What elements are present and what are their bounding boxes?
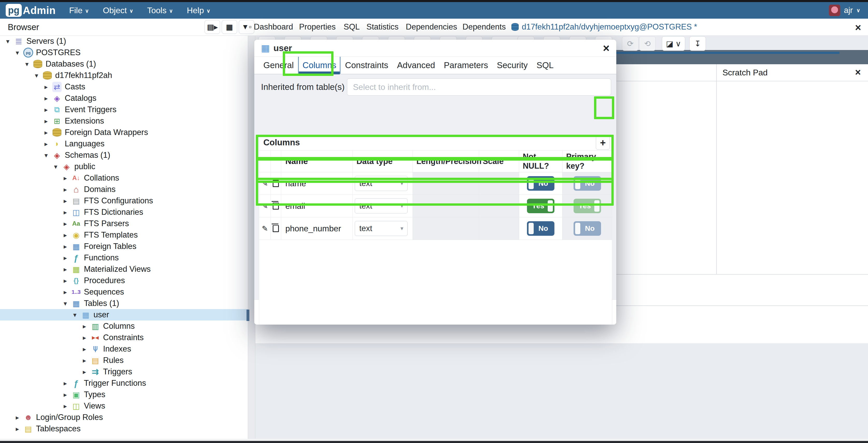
edit-row-icon[interactable]: ✎ [262, 224, 268, 233]
download-button[interactable]: ↧ [689, 36, 706, 51]
tree-item-fts-templates[interactable]: ▸◉FTS Templates [0, 229, 248, 241]
dialog-tab-constraints[interactable]: Constraints [341, 57, 393, 74]
tree-item-fts-configurations[interactable]: ▸▤FTS Configurations [0, 195, 248, 206]
chevron-collapsed-icon[interactable]: ▸ [61, 186, 69, 193]
tree-item-views[interactable]: ▸◫Views [0, 400, 248, 412]
workspace-splitter[interactable] [716, 64, 717, 274]
filtered-rows-button[interactable]: ▼▫ [239, 20, 254, 34]
chevron-collapsed-icon[interactable]: ▸ [61, 380, 69, 387]
tab-dependents[interactable]: Dependents [463, 19, 506, 35]
clear-query-button[interactable]: ◪ ∨ [662, 36, 685, 51]
tab-d17fekh11pf2ah[interactable]: d17fekh11pf2ah/dvyhjemoeptxyg@POSTGRES * [512, 19, 697, 35]
chevron-expanded-icon[interactable]: ▾ [4, 37, 12, 45]
tree-item-postgres[interactable]: ▾pgPOSTGRES [0, 47, 248, 58]
chevron-expanded-icon[interactable]: ▾ [23, 60, 31, 68]
chevron-collapsed-icon[interactable]: ▸ [61, 266, 69, 273]
tree-item-fts-dictionaries[interactable]: ▸◫FTS Dictionaries [0, 206, 248, 218]
tree-item-foreign-tables[interactable]: ▸▦Foreign Tables [0, 241, 248, 252]
tree-item-types[interactable]: ▸▣Types [0, 389, 248, 400]
tree-item-servers-1[interactable]: ▾≣Servers (1) [0, 35, 248, 47]
chevron-collapsed-icon[interactable]: ▸ [61, 174, 69, 182]
close-icon[interactable]: × [855, 67, 861, 78]
tree-item-foreign-data-wrappers[interactable]: ▸Foreign Data Wrappers [0, 127, 248, 138]
chevron-collapsed-icon[interactable]: ▸ [61, 254, 69, 262]
tree-item-constraints[interactable]: ▸▶◀Constraints [0, 332, 248, 343]
tree-item-rules[interactable]: ▸▤Rules [0, 355, 248, 366]
tree-item-collations[interactable]: ▸A↓Collations [0, 172, 248, 184]
tree-item-databases-1[interactable]: ▾Databases (1) [0, 58, 248, 70]
dialog-tab-advanced[interactable]: Advanced [393, 57, 439, 74]
chevron-collapsed-icon[interactable]: ▸ [42, 129, 50, 136]
menu-tools[interactable]: Tools∨ [147, 6, 173, 15]
tree-item-tablespaces[interactable]: ▸▤Tablespaces [0, 423, 248, 435]
tree-item-extensions[interactable]: ▸⊞Extensions [0, 115, 248, 127]
chevron-collapsed-icon[interactable]: ▸ [61, 231, 69, 239]
not-null-toggle[interactable]: No [527, 221, 554, 236]
chevron-expanded-icon[interactable]: ▾ [13, 49, 22, 57]
menu-file[interactable]: File∨ [69, 6, 89, 15]
tab-properties[interactable]: Properties [299, 19, 336, 35]
menu-object[interactable]: Object∨ [103, 6, 133, 15]
chevron-collapsed-icon[interactable]: ▸ [61, 197, 69, 205]
chevron-collapsed-icon[interactable]: ▸ [61, 288, 69, 296]
tree-item-trigger-functions[interactable]: ▸ƒTrigger Functions [0, 378, 248, 389]
tree-item-triggers[interactable]: ▸⇉Triggers [0, 366, 248, 378]
chevron-expanded-icon[interactable]: ▾ [42, 152, 50, 159]
chevron-collapsed-icon[interactable]: ▸ [61, 209, 69, 216]
tree-item-schemas-1[interactable]: ▾◈Schemas (1) [0, 149, 248, 161]
chevron-collapsed-icon[interactable]: ▸ [61, 402, 69, 410]
tree-item-indexes[interactable]: ▸⋔Indexes [0, 343, 248, 355]
view-data-button[interactable]: ▦ [222, 20, 237, 34]
tree-item-columns[interactable]: ▸▥Columns [0, 321, 248, 332]
chevron-collapsed-icon[interactable]: ▸ [80, 334, 89, 342]
menu-help[interactable]: Help∨ [187, 6, 210, 15]
tree-item-d17fekh11pf2ah[interactable]: ▾d17fekh11pf2ah [0, 70, 248, 81]
data-type-select[interactable]: text▾ [355, 221, 408, 236]
tree-item-domains[interactable]: ▸⌂Domains [0, 184, 248, 195]
inherited-from-input[interactable] [347, 79, 611, 96]
tab-dependencies[interactable]: Dependencies [406, 19, 457, 35]
chevron-collapsed-icon[interactable]: ▸ [13, 425, 22, 433]
tree-item-catalogs[interactable]: ▸◈Catalogs [0, 92, 248, 104]
chevron-collapsed-icon[interactable]: ▸ [80, 323, 89, 330]
chevron-collapsed-icon[interactable]: ▸ [42, 140, 50, 148]
delete-row-icon[interactable] [273, 225, 279, 232]
chevron-expanded-icon[interactable]: ▾ [61, 300, 69, 307]
chevron-collapsed-icon[interactable]: ▸ [13, 414, 22, 421]
tab-sql[interactable]: SQL [344, 19, 360, 35]
user-menu[interactable]: ajr ∨ [829, 5, 860, 16]
tree-item-public[interactable]: ▾◈public [0, 161, 248, 172]
dialog-tab-sql[interactable]: SQL [532, 57, 558, 74]
chevron-expanded-icon[interactable]: ▾ [32, 72, 41, 79]
tree-item-user[interactable]: ▾▦user [0, 309, 248, 321]
tree-item-event-triggers[interactable]: ▸⧉Event Triggers [0, 104, 248, 115]
tree-item-functions[interactable]: ▸ƒFunctions [0, 252, 248, 263]
tree-item-procedures[interactable]: ▸{}Procedures [0, 275, 248, 286]
dialog-tab-security[interactable]: Security [493, 57, 532, 74]
chevron-collapsed-icon[interactable]: ▸ [42, 117, 50, 125]
chevron-collapsed-icon[interactable]: ▸ [42, 94, 50, 102]
chevron-collapsed-icon[interactable]: ▸ [61, 277, 69, 285]
dialog-tab-parameters[interactable]: Parameters [439, 57, 493, 74]
tree-item-tables-1[interactable]: ▾▦Tables (1) [0, 298, 248, 309]
tree-item-login-group-roles[interactable]: ▸☻Login/Group Roles [0, 412, 248, 423]
primary-key-toggle[interactable]: No [574, 221, 601, 236]
chevron-collapsed-icon[interactable]: ▸ [42, 106, 50, 114]
tab-statistics[interactable]: Statistics [366, 19, 399, 35]
chevron-collapsed-icon[interactable]: ▸ [42, 83, 50, 91]
chevron-expanded-icon[interactable]: ▾ [71, 311, 79, 319]
tree-item-fts-parsers[interactable]: ▸AaFTS Parsers [0, 218, 248, 229]
tree-item-languages[interactable]: ▸◗Languages [0, 138, 248, 149]
chevron-collapsed-icon[interactable]: ▸ [80, 345, 89, 353]
tab-dashboard[interactable]: Dashboard [254, 19, 293, 35]
close-icon[interactable]: × [603, 42, 610, 55]
cell-column-name[interactable]: phone_number [281, 217, 353, 240]
chevron-expanded-icon[interactable]: ▾ [52, 163, 60, 171]
chevron-collapsed-icon[interactable]: ▸ [61, 220, 69, 228]
chevron-collapsed-icon[interactable]: ▸ [80, 357, 89, 364]
close-icon[interactable]: × [855, 22, 861, 33]
chevron-collapsed-icon[interactable]: ▸ [80, 368, 89, 376]
chevron-collapsed-icon[interactable]: ▸ [61, 391, 69, 398]
chevron-collapsed-icon[interactable]: ▸ [61, 243, 69, 250]
tree-item-materialized-views[interactable]: ▸▦Materialized Views [0, 263, 248, 275]
